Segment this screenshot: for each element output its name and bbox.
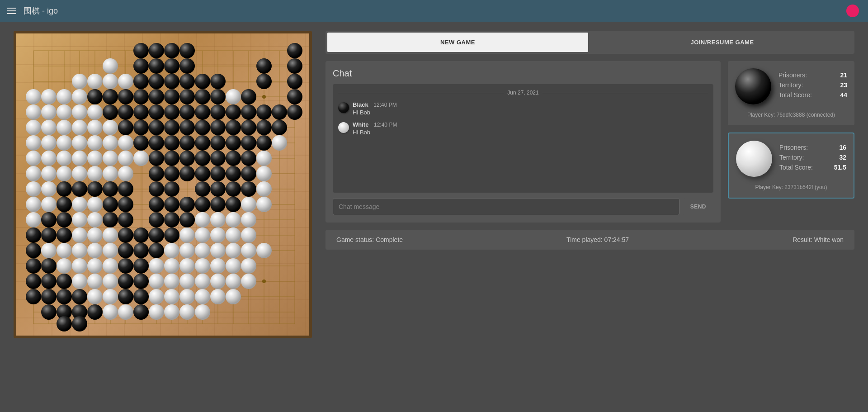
- svg-point-191: [164, 197, 179, 212]
- svg-point-80: [179, 89, 195, 104]
- svg-point-252: [164, 258, 179, 274]
- chat-avatar-white-2: [338, 122, 349, 133]
- svg-point-171: [57, 181, 72, 197]
- svg-point-180: [226, 181, 241, 197]
- svg-point-91: [103, 104, 118, 120]
- svg-point-160: [118, 166, 133, 181]
- svg-point-292: [118, 304, 133, 320]
- svg-point-100: [241, 104, 256, 120]
- svg-point-260: [57, 274, 72, 289]
- svg-point-106: [57, 120, 72, 135]
- svg-point-121: [26, 135, 41, 151]
- svg-point-203: [103, 212, 118, 227]
- svg-point-116: [210, 120, 226, 135]
- svg-point-196: [241, 197, 256, 212]
- svg-point-103: [287, 104, 302, 120]
- svg-point-227: [26, 243, 41, 258]
- svg-point-152: [241, 151, 256, 166]
- svg-point-112: [149, 120, 164, 135]
- white-territory-value: 32: [839, 154, 846, 161]
- svg-point-55: [179, 58, 195, 74]
- svg-point-135: [241, 135, 256, 151]
- svg-point-129: [149, 135, 164, 151]
- chat-message-2: White 12:40 PM Hi Bob: [338, 121, 708, 136]
- svg-point-295: [164, 304, 179, 320]
- svg-point-68: [256, 74, 272, 89]
- svg-point-278: [103, 289, 118, 304]
- svg-point-51: [103, 58, 118, 74]
- svg-point-256: [226, 258, 241, 274]
- svg-point-276: [72, 289, 87, 304]
- svg-point-243: [26, 258, 41, 274]
- svg-point-136: [256, 135, 272, 151]
- join-resume-button[interactable]: JOIN/RESUME GAME: [592, 33, 853, 52]
- black-stone-icon: [735, 68, 771, 104]
- black-territory-label: Territory:: [778, 81, 803, 89]
- svg-point-79: [164, 89, 179, 104]
- send-button[interactable]: SEND: [683, 198, 713, 215]
- board-wood-texture: [16, 33, 309, 336]
- svg-point-271: [226, 274, 241, 289]
- svg-point-61: [118, 74, 133, 89]
- chat-time-2: 12:40 PM: [374, 122, 397, 128]
- svg-point-101: [256, 104, 272, 120]
- chat-messages-area[interactable]: Jun 27, 2021 Black 12:40 PM Hi Bob: [333, 84, 713, 193]
- svg-point-188: [103, 197, 118, 212]
- svg-point-109: [103, 120, 118, 135]
- svg-point-249: [118, 258, 133, 274]
- svg-point-235: [149, 243, 164, 258]
- svg-point-198: [26, 212, 41, 227]
- svg-point-230: [72, 243, 87, 258]
- svg-point-255: [210, 258, 226, 274]
- svg-point-111: [133, 120, 149, 135]
- svg-point-69: [287, 74, 302, 89]
- svg-point-168: [256, 166, 272, 181]
- svg-point-119: [256, 120, 272, 135]
- svg-point-139: [41, 151, 57, 166]
- svg-point-257: [241, 258, 256, 274]
- svg-point-156: [57, 166, 72, 181]
- main-content: NEW GAME JOIN/RESUME GAME Chat Jun 27, 2…: [0, 22, 868, 347]
- svg-point-190: [149, 197, 164, 212]
- svg-point-225: [226, 227, 241, 243]
- svg-point-214: [57, 227, 72, 243]
- svg-point-213: [41, 227, 57, 243]
- svg-point-146: [149, 151, 164, 166]
- svg-point-297: [195, 304, 210, 320]
- svg-point-234: [133, 243, 149, 258]
- svg-point-216: [87, 227, 103, 243]
- black-territory-value: 23: [840, 81, 847, 89]
- svg-point-133: [210, 135, 226, 151]
- svg-point-75: [103, 89, 118, 104]
- svg-point-272: [241, 274, 256, 289]
- svg-point-266: [149, 274, 164, 289]
- svg-point-97: [195, 104, 210, 120]
- svg-point-206: [164, 212, 179, 227]
- svg-point-232: [103, 243, 118, 258]
- svg-point-56: [256, 58, 272, 74]
- svg-point-229: [57, 243, 72, 258]
- svg-point-173: [87, 181, 103, 197]
- svg-point-117: [226, 120, 241, 135]
- svg-point-163: [179, 166, 195, 181]
- svg-point-62: [133, 74, 149, 89]
- svg-point-131: [179, 135, 195, 151]
- svg-point-274: [41, 289, 57, 304]
- menu-icon[interactable]: [7, 8, 16, 14]
- game-board[interactable]: [14, 31, 312, 338]
- svg-point-174: [103, 181, 118, 197]
- svg-point-261: [72, 274, 87, 289]
- svg-point-88: [57, 104, 72, 120]
- svg-point-115: [195, 120, 210, 135]
- svg-point-98: [210, 104, 226, 120]
- svg-point-217: [103, 227, 118, 243]
- svg-point-277: [87, 289, 103, 304]
- chat-input[interactable]: [333, 198, 679, 215]
- svg-point-60: [103, 74, 118, 89]
- svg-point-137: [272, 135, 287, 151]
- svg-point-82: [210, 89, 226, 104]
- new-game-button[interactable]: NEW GAME: [327, 33, 588, 52]
- svg-point-161: [149, 166, 164, 181]
- svg-point-282: [164, 289, 179, 304]
- svg-point-183: [26, 197, 41, 212]
